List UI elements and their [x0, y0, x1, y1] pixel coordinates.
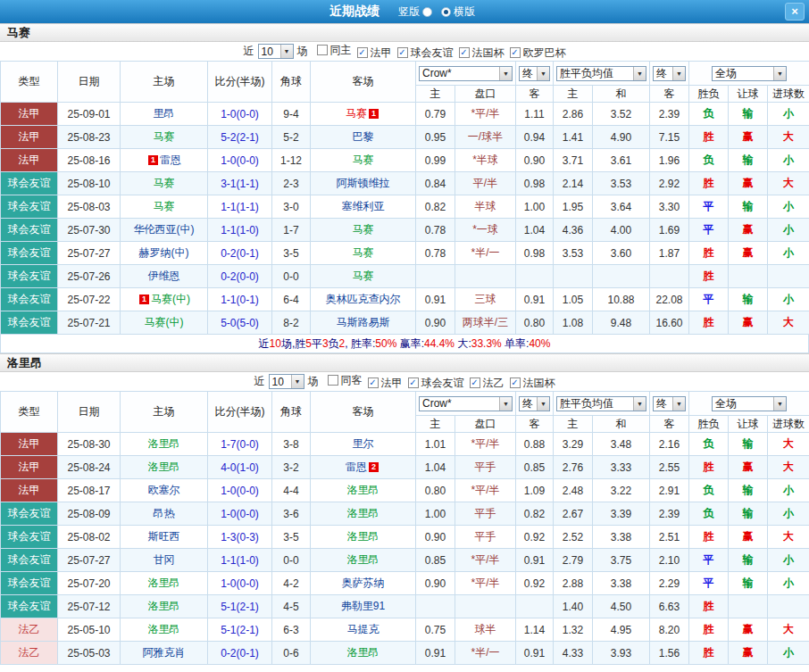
result-wdl: 平	[689, 195, 729, 219]
match-date: 25-09-01	[58, 103, 121, 126]
odds-away: 0.80	[516, 311, 554, 335]
score: 1-0(0-0)	[208, 502, 272, 526]
checkbox-checked-icon[interactable]: ✓	[368, 377, 379, 388]
mean-home: 2.88	[554, 572, 593, 595]
filter-checkbox[interactable]: ✓法甲	[368, 376, 403, 391]
col-header-date: 日期	[58, 392, 121, 433]
result-wdl: 胜	[689, 526, 729, 549]
match-date: 25-08-23	[58, 126, 121, 149]
filter-checkbox[interactable]: 同客	[328, 373, 363, 388]
odds-away: 0.91	[516, 288, 554, 311]
team-name-text: 阿斯顿维拉	[337, 177, 390, 189]
odds-home: 0.75	[416, 618, 455, 642]
summary-text: 赢率:	[396, 337, 424, 350]
mean-away: 1.56	[650, 642, 689, 665]
red-card-badge: 1	[369, 109, 379, 119]
team-name-text: 奥萨苏纳	[342, 577, 385, 589]
handicap: 平手	[455, 502, 516, 526]
mean-draw: 3.64	[593, 195, 650, 219]
odds-source-header: Crow*▼	[416, 62, 516, 86]
mean-draw: 3.60	[593, 242, 650, 265]
odds-away: 0.98	[516, 242, 554, 265]
checkbox-checked-icon[interactable]: ✓	[357, 47, 368, 58]
checkbox-checked-icon[interactable]: ✓	[510, 377, 521, 388]
close-button[interactable]: ×	[785, 3, 805, 21]
match-row: 球会友谊 25-07-12 洛里昂 5-1(2-1) 4-5 弗勒里91 1.4…	[1, 595, 809, 618]
mean-select[interactable]: 胜平负均值▼	[556, 66, 646, 81]
match-row: 法甲 25-09-01 里昂 1-0(0-0) 9-4 马赛1 0.79 *平/…	[1, 103, 809, 126]
sub-header-wdl: 胜负	[689, 416, 729, 433]
radio-selected-icon[interactable]	[441, 7, 451, 17]
odds-away: 0.92	[516, 526, 554, 549]
handicap: 平手	[455, 526, 516, 549]
odds-source-select[interactable]: Crow*▼	[419, 66, 513, 81]
mean-draw: 3.38	[593, 572, 650, 595]
checkbox-checked-icon[interactable]: ✓	[470, 377, 480, 388]
result-goals: 大	[768, 311, 809, 335]
scope-select[interactable]: 全场▼	[712, 396, 787, 411]
chevron-down-icon: ▼	[672, 397, 685, 411]
match-date: 25-07-21	[58, 311, 121, 335]
filter-checkbox[interactable]: ✓法国杯	[510, 376, 555, 391]
filter-checkbox[interactable]: 同主	[317, 43, 352, 58]
mean-away: 2.39	[650, 502, 689, 526]
league-type: 法甲	[1, 103, 58, 126]
checkbox-checked-icon[interactable]: ✓	[397, 47, 408, 58]
filter-checkbox[interactable]: ✓欧罗巴杯	[510, 46, 566, 61]
home-team: 赫罗纳(中)	[121, 242, 208, 265]
horizontal-layout-radio[interactable]: 横版	[441, 4, 475, 20]
filter-checkbox[interactable]: ✓球会友谊	[397, 46, 454, 61]
checkbox-checked-icon[interactable]: ✓	[459, 47, 470, 58]
filter-checkbox[interactable]: ✓法国杯	[459, 46, 505, 61]
team-name-text: 斯旺西	[148, 530, 180, 543]
home-team: 洛里昂	[121, 572, 208, 595]
mean-home: 3.29	[554, 433, 593, 456]
checkbox-checked-icon[interactable]: ✓	[408, 377, 419, 388]
match-count-select[interactable]: 10▼	[258, 44, 294, 59]
checkbox-label: 法甲	[381, 376, 403, 391]
odds-home: 0.91	[416, 288, 455, 311]
mean-final-select[interactable]: 终▼	[653, 66, 686, 81]
radio-unselected-icon[interactable]	[422, 7, 432, 17]
mean-final-value: 终	[656, 396, 667, 411]
filter-checkbox[interactable]: ✓球会友谊	[408, 376, 464, 391]
odds-source-select[interactable]: Crow*▼	[419, 396, 513, 411]
team-name-text: 伊维恩	[148, 270, 180, 282]
filter-checkbox[interactable]: ✓法甲	[357, 46, 392, 61]
odds-final-select[interactable]: 终▼	[519, 66, 550, 81]
checkbox-unchecked-icon[interactable]	[328, 375, 338, 386]
result-wdl: 胜	[689, 311, 729, 335]
team-name-text: 马赛	[154, 200, 175, 212]
scope-select[interactable]: 全场▼	[712, 66, 787, 81]
mean-away: 2.16	[650, 433, 689, 456]
filter-checkbox[interactable]: ✓法乙	[470, 376, 505, 391]
mean-draw: 9.48	[593, 311, 650, 335]
odds-final-select[interactable]: 终▼	[519, 396, 550, 411]
away-team: 奥林匹克查内尔	[311, 288, 416, 311]
mean-draw: 3.33	[593, 456, 650, 479]
checkbox-checked-icon[interactable]: ✓	[510, 47, 521, 58]
mean-draw: 3.48	[593, 433, 650, 456]
summary-text: 5	[305, 337, 312, 350]
mean-home: 2.86	[554, 103, 593, 126]
result-wdl: 负	[689, 149, 729, 172]
result-goals: 小	[768, 195, 809, 219]
sub-header-handicap-result: 让球	[729, 86, 768, 103]
match-row: 球会友谊 25-07-27 甘冈 1-1(1-0) 0-0 洛里昂 0.85 *…	[1, 549, 809, 572]
odds-away: 1.11	[516, 103, 554, 126]
checkbox-unchecked-icon[interactable]	[317, 45, 328, 55]
summary-text: 3	[322, 337, 329, 350]
result-goals: 小	[768, 149, 809, 172]
vertical-layout-radio[interactable]: 竖版	[398, 4, 432, 20]
mean-select[interactable]: 胜平负均值▼	[556, 396, 646, 411]
odds-final-value: 终	[522, 396, 533, 411]
team-name-text: 赫罗纳(中)	[139, 246, 189, 259]
team-name-text: 马赛(中)	[151, 293, 190, 305]
checkbox-label: 球会友谊	[421, 376, 464, 391]
handicap: *平/半	[455, 479, 516, 502]
odds-home: 0.90	[416, 526, 455, 549]
red-card-badge: 1	[139, 295, 149, 304]
match-count-select[interactable]: 10▼	[269, 374, 304, 389]
sub-header-handicap-result: 让球	[729, 416, 768, 433]
mean-final-select[interactable]: 终▼	[653, 396, 686, 411]
